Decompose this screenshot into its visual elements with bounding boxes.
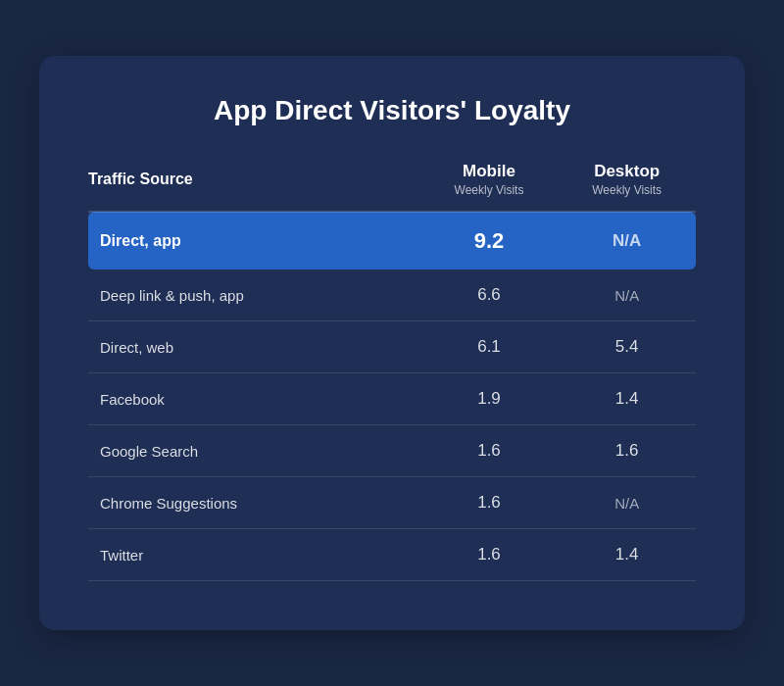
column-header-desktop: Desktop Weekly Visits bbox=[558, 162, 696, 212]
cell-mobile: 1.6 bbox=[420, 425, 559, 477]
cell-mobile: 1.6 bbox=[420, 529, 559, 581]
cell-source: Twitter bbox=[88, 529, 420, 581]
cell-source: Direct, web bbox=[88, 321, 420, 373]
page-title: App Direct Visitors' Loyalty bbox=[88, 95, 696, 126]
cell-desktop: 1.4 bbox=[558, 373, 696, 425]
cell-desktop: 5.4 bbox=[558, 321, 696, 373]
table-row: Twitter1.61.4 bbox=[88, 529, 696, 581]
cell-source: Deep link & push, app bbox=[88, 270, 420, 321]
cell-mobile: 1.9 bbox=[420, 373, 559, 425]
table-row: Direct, web6.15.4 bbox=[88, 321, 696, 373]
table-row: Direct, app9.2N/A bbox=[88, 212, 696, 270]
cell-desktop: N/A bbox=[558, 212, 696, 270]
cell-desktop: N/A bbox=[558, 477, 696, 529]
cell-source: Google Search bbox=[88, 425, 420, 477]
cell-mobile: 9.2 bbox=[420, 212, 559, 270]
card: App Direct Visitors' Loyalty Traffic Sou… bbox=[39, 56, 745, 630]
table-header-row: Traffic Source Mobile Weekly Visits Desk… bbox=[88, 162, 696, 212]
cell-source: Chrome Suggestions bbox=[88, 477, 420, 529]
cell-source: Direct, app bbox=[88, 212, 420, 270]
cell-source: Facebook bbox=[88, 373, 420, 425]
cell-mobile: 6.6 bbox=[420, 270, 559, 321]
column-header-source: Traffic Source bbox=[88, 162, 420, 212]
table-row: Chrome Suggestions1.6N/A bbox=[88, 477, 696, 529]
cell-desktop: 1.4 bbox=[558, 529, 696, 581]
cell-mobile: 1.6 bbox=[420, 477, 559, 529]
cell-desktop: N/A bbox=[558, 270, 696, 321]
column-header-mobile: Mobile Weekly Visits bbox=[420, 162, 559, 212]
data-table: Traffic Source Mobile Weekly Visits Desk… bbox=[88, 162, 696, 581]
table-row: Deep link & push, app6.6N/A bbox=[88, 270, 696, 321]
table-row: Facebook1.91.4 bbox=[88, 373, 696, 425]
table-row: Google Search1.61.6 bbox=[88, 425, 696, 477]
cell-mobile: 6.1 bbox=[420, 321, 559, 373]
cell-desktop: 1.6 bbox=[558, 425, 696, 477]
